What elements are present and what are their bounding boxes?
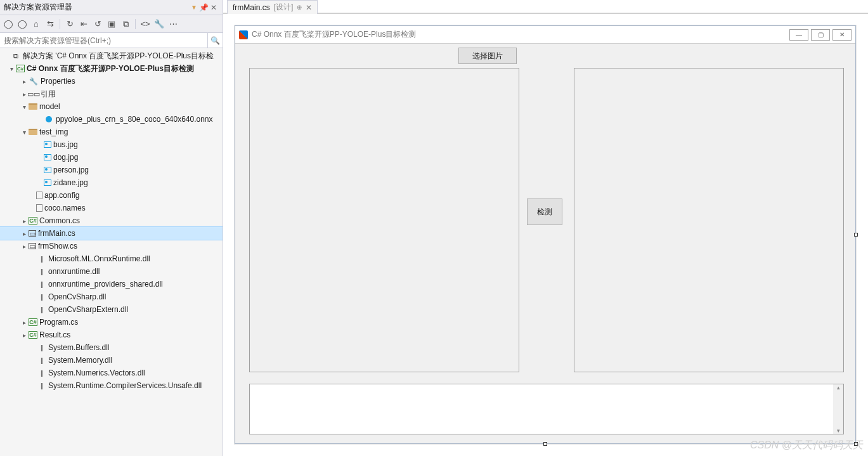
references-icon: ▭▭ xyxy=(29,89,39,99)
explorer-toolbar: ◯ ◯ ⌂ ⇆ ↻ ⇤ ↺ ▣ ⧉ <> 🔧 ⋯ xyxy=(0,15,223,33)
winform-title-text: C# Onnx 百度飞桨开源PP-YOLOE-Plus目标检测 xyxy=(252,29,416,40)
project-node[interactable]: ▾C#C# Onnx 百度飞桨开源PP-YOLOE-Plus目标检测 xyxy=(0,62,223,75)
tab-suffix: [设计] xyxy=(274,2,294,13)
copy-icon[interactable]: ⧉ xyxy=(120,18,131,30)
file-onnx-dll[interactable]: ▸|||onnxruntime.dll xyxy=(0,265,223,278)
image-icon xyxy=(44,141,51,148)
wrench-icon: 🔧 xyxy=(29,76,39,86)
file-bus[interactable]: ▸bus.jpg xyxy=(0,138,223,151)
folder-test-img[interactable]: ▾test_img xyxy=(0,126,223,138)
properties-node[interactable]: ▸🔧Properties xyxy=(0,75,223,88)
scroll-up-icon[interactable]: ▴ xyxy=(837,384,840,391)
close-window-icon[interactable]: ✕ xyxy=(832,29,852,41)
csharp-icon: C# xyxy=(29,318,37,326)
image-icon xyxy=(44,167,51,173)
file-numerics-dll[interactable]: ▸|||System.Numerics.Vectors.dll xyxy=(0,367,223,379)
show-all-icon[interactable]: ▣ xyxy=(106,18,117,30)
form-icon: ▭ xyxy=(29,230,36,237)
search-icon[interactable]: 🔍 xyxy=(207,33,223,48)
csharp-project-icon: C# xyxy=(16,65,25,72)
solution-node[interactable]: ▶⧉解决方案 'C# Onnx 百度飞桨开源PP-YOLOE-Plus目标检 xyxy=(0,49,223,62)
file-onnxprov-dll[interactable]: ▸|||onnxruntime_providers_shared.dll xyxy=(0,278,223,290)
file-memory-dll[interactable]: ▸|||System.Memory.dll xyxy=(0,354,223,367)
more-icon[interactable]: ⋯ xyxy=(167,18,179,30)
document-tabs: frmMain.cs [设计] ⊕ ✕ xyxy=(223,0,868,14)
pin-icon[interactable]: 📌 xyxy=(198,3,209,12)
dll-icon: ||| xyxy=(36,304,46,315)
file-coconames[interactable]: ▸coco.names xyxy=(0,202,223,214)
solution-explorer-panel: 解决方案资源管理器 ▼ 📌 ✕ ◯ ◯ ⌂ ⇆ ↻ ⇤ ↺ ▣ ⧉ <> 🔧 ⋯… xyxy=(0,0,223,456)
sync-icon[interactable]: ⇆ xyxy=(44,18,56,30)
code-icon[interactable]: <> xyxy=(139,18,151,30)
image-icon xyxy=(44,154,51,160)
file-zidane[interactable]: ▸zidane.jpg xyxy=(0,176,223,189)
file-cvsharpext-dll[interactable]: ▸|||OpenCvSharpExtern.dll xyxy=(0,303,223,316)
file-buffers-dll[interactable]: ▸|||System.Buffers.dll xyxy=(0,341,223,354)
dll-icon: ||| xyxy=(36,368,46,378)
search-row: 🔍 xyxy=(0,33,223,48)
form-icon: ▭ xyxy=(29,243,36,249)
panel-title-text: 解决方案资源管理器 xyxy=(4,2,72,13)
tab-title: frmMain.cs xyxy=(233,3,270,12)
image-icon xyxy=(44,179,51,186)
collapse-icon[interactable]: ⇤ xyxy=(78,18,89,30)
output-textbox[interactable]: ▴▾ xyxy=(249,384,844,434)
file-appconfig[interactable]: ▸app.config xyxy=(0,189,223,202)
file-icon xyxy=(36,204,42,212)
tab-frmmain[interactable]: frmMain.cs [设计] ⊕ ✕ xyxy=(227,0,318,14)
file-frmmain[interactable]: ▸▭frmMain.cs xyxy=(0,227,223,240)
maximize-icon[interactable]: ▢ xyxy=(811,29,830,41)
select-image-button[interactable]: 选择图片 xyxy=(458,48,517,64)
designer-canvas[interactable]: C# Onnx 百度飞桨开源PP-YOLOE-Plus目标检测 — ▢ ✕ 选择… xyxy=(223,14,868,456)
back-icon[interactable]: ◯ xyxy=(3,18,14,30)
designer-area: frmMain.cs [设计] ⊕ ✕ C# Onnx 百度飞桨开源PP-YOL… xyxy=(223,0,868,456)
file-cvsharp-dll[interactable]: ▸|||OpenCvSharp.dll xyxy=(0,290,223,303)
file-result[interactable]: ▸C#Result.cs xyxy=(0,329,223,341)
resize-handle-bottom[interactable] xyxy=(543,442,547,446)
panel-titlebar: 解决方案资源管理器 ▼ 📌 ✕ xyxy=(0,0,223,15)
references-node[interactable]: ▸▭▭引用 xyxy=(0,88,223,100)
solution-tree[interactable]: ▶⧉解决方案 'C# Onnx 百度飞桨开源PP-YOLOE-Plus目标检 ▾… xyxy=(0,48,223,456)
resize-handle-corner[interactable] xyxy=(854,442,858,446)
file-msml-dll[interactable]: ▸|||Microsoft.ML.OnnxRuntime.dll xyxy=(0,252,223,265)
dll-icon: ||| xyxy=(36,266,46,277)
file-program[interactable]: ▸C#Program.cs xyxy=(0,316,223,329)
properties-icon[interactable]: 🔧 xyxy=(153,18,165,30)
close-icon[interactable]: ✕ xyxy=(209,3,219,12)
detect-button[interactable]: 检测 xyxy=(527,199,562,225)
folder-icon xyxy=(29,103,37,110)
refresh-icon[interactable]: ↻ xyxy=(64,18,75,30)
picturebox-left[interactable] xyxy=(249,68,519,372)
dll-icon: ||| xyxy=(36,342,46,353)
winform-titlebar: C# Onnx 百度飞桨开源PP-YOLOE-Plus目标检测 — ▢ ✕ xyxy=(235,26,855,44)
dll-icon: ||| xyxy=(36,279,46,289)
dll-icon: ||| xyxy=(36,355,46,365)
file-compiler-dll[interactable]: ▸|||System.Runtime.CompilerServices.Unsa… xyxy=(0,379,223,392)
resize-handle-right[interactable] xyxy=(854,233,858,237)
file-common[interactable]: ▸C#Common.cs xyxy=(0,214,223,227)
folder-icon xyxy=(29,129,37,135)
file-dog[interactable]: ▸dog.jpg xyxy=(0,151,223,164)
scrollbar[interactable]: ▴▾ xyxy=(833,384,843,434)
winform-container[interactable]: C# Onnx 百度飞桨开源PP-YOLOE-Plus目标检测 — ▢ ✕ 选择… xyxy=(235,25,856,444)
app-icon xyxy=(239,30,248,39)
scroll-down-icon[interactable]: ▾ xyxy=(837,427,840,434)
file-frmshow[interactable]: ▸▭frmShow.cs xyxy=(0,240,223,252)
forward-icon[interactable]: ◯ xyxy=(16,18,28,30)
picturebox-right[interactable] xyxy=(574,68,844,372)
panel-options-icon[interactable]: ▼ xyxy=(191,4,197,11)
csharp-icon: C# xyxy=(29,217,37,225)
search-input[interactable] xyxy=(0,36,207,45)
minimize-icon[interactable]: — xyxy=(789,29,808,41)
tab-close-icon[interactable]: ✕ xyxy=(306,3,312,12)
folder-model[interactable]: ▾model xyxy=(0,100,223,113)
sync-active-icon[interactable]: ↺ xyxy=(92,18,103,30)
file-person[interactable]: ▸person.jpg xyxy=(0,164,223,176)
dll-icon: ||| xyxy=(36,254,46,264)
csharp-icon: C# xyxy=(29,331,37,339)
home-icon[interactable]: ⌂ xyxy=(30,18,42,30)
solution-icon: ⧉ xyxy=(11,51,21,61)
file-onnx[interactable]: ▸ppyoloe_plus_crn_s_80e_coco_640x640.onn… xyxy=(0,113,223,126)
tab-pin-icon[interactable]: ⊕ xyxy=(297,4,302,11)
winform-body: 选择图片 检测 ▴▾ xyxy=(235,44,855,443)
